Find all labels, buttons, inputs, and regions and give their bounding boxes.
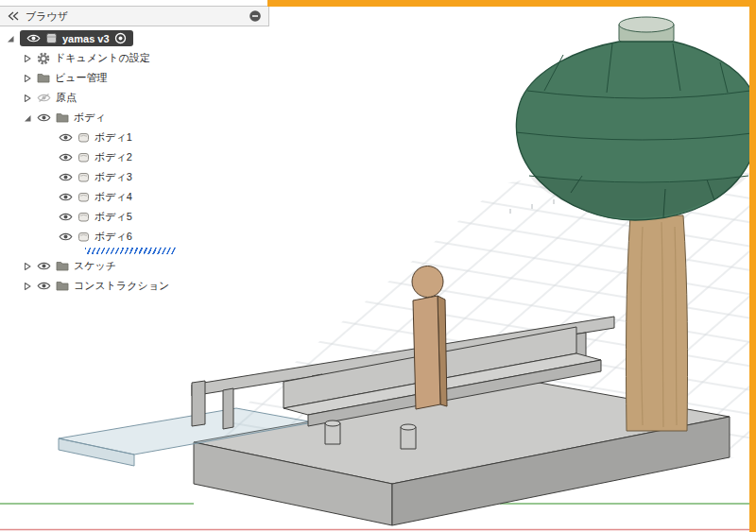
- gear-icon: [37, 52, 50, 65]
- tree-knob-top: [619, 17, 674, 32]
- bench-leg-2-top: [401, 424, 416, 430]
- expanded-triangle-icon[interactable]: [23, 113, 32, 123]
- view-management-label: ビュー管理: [55, 71, 108, 85]
- visibility-eye-icon[interactable]: [37, 261, 51, 271]
- figure-head: [412, 266, 443, 298]
- browser-panel-header[interactable]: ブラウザ: [0, 6, 269, 26]
- document-settings-label: ドキュメントの設定: [55, 51, 150, 65]
- body-icon: [77, 211, 90, 223]
- visibility-eye-icon[interactable]: [59, 192, 73, 202]
- visibility-eye-icon[interactable]: [26, 33, 41, 43]
- figure-torso-front: [413, 296, 440, 409]
- collapsed-triangle-icon[interactable]: [23, 282, 32, 291]
- body-icon: [77, 171, 90, 183]
- tree-row-view-management[interactable]: ビュー管理: [0, 68, 269, 88]
- tree-row-document-settings[interactable]: ドキュメントの設定: [0, 48, 269, 68]
- body4-label: ボディ4: [94, 190, 132, 204]
- drop-indicator-row: [0, 247, 269, 256]
- tree-row-sketches-folder[interactable]: スケッチ: [0, 256, 269, 276]
- body5-label: ボディ5: [94, 210, 132, 224]
- tree-row-origin[interactable]: 原点: [0, 88, 269, 108]
- minimize-panel-icon[interactable]: [249, 9, 262, 23]
- collapsed-triangle-icon[interactable]: [23, 262, 32, 271]
- visibility-eye-icon[interactable]: [59, 152, 73, 163]
- collapsed-triangle-icon[interactable]: [23, 74, 32, 83]
- browser-tree: yamas v3 ドキュメントの設定: [0, 26, 269, 296]
- browser-panel-title: ブラウザ: [26, 9, 68, 24]
- folder-icon: [37, 73, 50, 83]
- tree-row-body6[interactable]: ボディ6: [0, 227, 269, 247]
- figure-body[interactable]: [412, 266, 447, 410]
- tree-row-body1[interactable]: ボディ1: [0, 128, 269, 147]
- tree-row-body5[interactable]: ボディ5: [0, 207, 269, 227]
- tree-trunk: [626, 215, 687, 431]
- fence-post-1: [223, 388, 233, 429]
- visibility-eye-icon[interactable]: [37, 112, 51, 123]
- expanded-triangle-icon[interactable]: [6, 34, 15, 43]
- tree-row-body4[interactable]: ボディ4: [0, 187, 269, 207]
- folder-icon: [56, 281, 69, 291]
- visibility-eye-off-icon[interactable]: [37, 93, 51, 103]
- sketches-folder-label: スケッチ: [74, 259, 116, 273]
- body1-label: ボディ1: [94, 130, 132, 145]
- body-icon: [77, 231, 90, 243]
- tree-row-body3[interactable]: ボディ3: [0, 167, 269, 187]
- visibility-eye-icon[interactable]: [37, 281, 51, 291]
- body-icon: [77, 191, 90, 203]
- body-icon: [77, 151, 90, 163]
- browser-panel: ブラウザ yamas v3: [0, 6, 269, 296]
- visibility-eye-icon[interactable]: [59, 212, 73, 222]
- body3-label: ボディ3: [94, 170, 132, 184]
- collapsed-triangle-icon[interactable]: [23, 94, 32, 103]
- collapse-panel-icon[interactable]: [7, 11, 20, 21]
- folder-icon: [56, 261, 69, 271]
- activate-component-radio-icon[interactable]: [114, 32, 127, 44]
- tree-row-body2[interactable]: ボディ2: [0, 147, 269, 167]
- visibility-eye-icon[interactable]: [59, 172, 73, 182]
- visibility-eye-icon[interactable]: [59, 232, 73, 242]
- construction-folder-label: コンストラクション: [74, 279, 169, 293]
- app-window: ブラウザ yamas v3: [0, 0, 756, 532]
- drag-drop-indicator: [85, 248, 176, 254]
- visibility-eye-icon[interactable]: [59, 132, 73, 143]
- right-accent-bar: [749, 0, 756, 532]
- tree-row-construction-folder[interactable]: コンストラクション: [0, 276, 269, 296]
- origin-label: 原点: [56, 91, 77, 105]
- folder-icon: [56, 112, 69, 123]
- tree-row-bodies-folder[interactable]: ボディ: [0, 108, 269, 128]
- bodies-folder-label: ボディ: [74, 111, 106, 125]
- top-accent-bar: [267, 0, 756, 7]
- fence-end-cap: [192, 381, 205, 426]
- component-cube-icon: [45, 32, 58, 44]
- root-component-selection[interactable]: yamas v3: [20, 30, 133, 46]
- body6-label: ボディ6: [94, 230, 132, 244]
- body2-label: ボディ2: [94, 150, 132, 164]
- collapsed-triangle-icon[interactable]: [23, 54, 32, 63]
- bench-leg-1-top: [325, 420, 340, 426]
- root-component-label: yamas v3: [62, 33, 110, 44]
- body-icon: [77, 131, 90, 144]
- tree-row-root-component[interactable]: yamas v3: [0, 28, 269, 48]
